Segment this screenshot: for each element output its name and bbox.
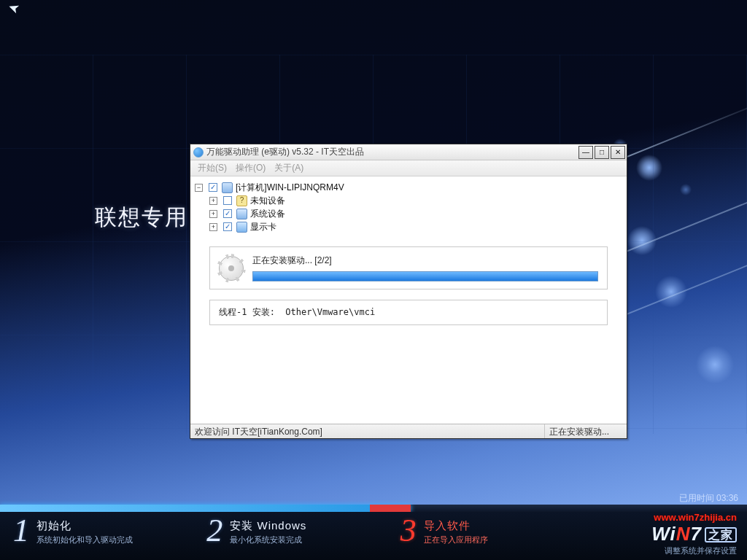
install-log: 线程-1 安装: Other\Vmware\vmci: [209, 300, 608, 325]
device-tree: − ✓ [计算机]WIN-LIPIJNQRM4V + ✓ ? 未知设备 + ✓ …: [190, 176, 627, 238]
step-subtitle: 系统初始化和导入驱动完成: [36, 534, 133, 545]
logo-subtitle: 调整系统并保存设置: [651, 545, 737, 556]
logo-text: WiN7之家: [651, 523, 737, 545]
expand-icon[interactable]: +: [209, 197, 217, 205]
system-device-icon: [236, 209, 247, 219]
expand-icon[interactable]: −: [195, 184, 203, 192]
checkbox[interactable]: ✓: [223, 196, 232, 205]
status-right: 正在安装驱动...: [545, 424, 627, 438]
elapsed-time: 已用时间 03:36: [679, 492, 738, 505]
minimize-button[interactable]: —: [578, 146, 593, 159]
tree-row[interactable]: + ✓ 显示卡: [195, 220, 621, 233]
overall-progress-fill: [0, 505, 411, 512]
progress-bar: [252, 271, 598, 281]
checkbox[interactable]: ✓: [223, 209, 232, 218]
step-number: 1: [13, 515, 29, 547]
step-subtitle: 正在导入应用程序: [424, 534, 488, 545]
window-title: 万能驱动助理 (e驱动) v5.32 - IT天空出品: [206, 146, 577, 158]
tree-node-label: 系统设备: [250, 207, 285, 220]
step-title: 初始化: [36, 519, 133, 533]
menu-start[interactable]: 开始(S): [193, 160, 231, 176]
driver-installer-window: 万能驱动助理 (e驱动) v5.32 - IT天空出品 — □ ✕ 开始(S) …: [190, 144, 627, 439]
tree-node-label: 未知设备: [250, 194, 285, 207]
step-title: 安装 Windows: [230, 519, 306, 533]
step-2: 2 安装 Windows 最小化系统安装完成: [206, 515, 400, 560]
step-3-active: 3 导入软件 正在导入应用程序: [400, 515, 594, 560]
step-number: 3: [400, 515, 417, 547]
display-adapter-icon: [236, 222, 247, 233]
menu-bar: 开始(S) 操作(O) 关于(A): [190, 160, 627, 176]
step-title: 导入软件: [424, 519, 488, 533]
step-1: 1 初始化 系统初始化和导入驱动完成: [13, 515, 206, 560]
overall-progress: [0, 505, 747, 512]
titlebar[interactable]: 万能驱动助理 (e驱动) v5.32 - IT天空出品 — □ ✕: [190, 144, 627, 160]
tree-node-label: 显示卡: [250, 220, 276, 233]
tree-row[interactable]: + ✓ 系统设备: [195, 207, 621, 220]
step-number: 2: [206, 515, 222, 547]
computer-icon: [222, 182, 233, 193]
brand-logo: www.win7zhijia.cn WiN7之家 调整系统并保存设置: [651, 512, 737, 556]
tree-root-label: [计算机]WIN-LIPIJNQRM4V: [236, 181, 344, 194]
tree-root-row[interactable]: − ✓ [计算机]WIN-LIPIJNQRM4V: [195, 181, 621, 194]
menu-action[interactable]: 操作(O): [231, 160, 270, 176]
gear-icon: [219, 256, 244, 281]
install-progress-box: 正在安装驱动... [2/2]: [209, 246, 608, 289]
progress-fill: [253, 272, 597, 281]
progress-panel: 正在安装驱动... [2/2] 线程-1 安装: Other\Vmware\vm…: [190, 238, 627, 424]
checkbox[interactable]: ✓: [223, 222, 232, 231]
install-steps: 1 初始化 系统初始化和导入驱动完成 2 安装 Windows 最小化系统安装完…: [0, 512, 747, 560]
expand-icon[interactable]: +: [209, 210, 217, 218]
expand-icon[interactable]: +: [209, 223, 217, 231]
menu-about[interactable]: 关于(A): [270, 160, 308, 176]
watermark-url: www.win7zhijia.cn: [651, 512, 737, 523]
progress-label: 正在安装驱动... [2/2]: [252, 254, 598, 267]
close-button[interactable]: ✕: [611, 146, 625, 159]
unknown-device-icon: ?: [236, 195, 247, 206]
status-bar: 欢迎访问 IT天空[iTianKong.Com] 正在安装驱动...: [190, 424, 627, 438]
checkbox[interactable]: ✓: [209, 183, 217, 192]
app-icon: [193, 147, 204, 158]
tree-row[interactable]: + ✓ ? 未知设备: [195, 194, 621, 207]
maximize-button[interactable]: □: [595, 146, 609, 159]
step-subtitle: 最小化系统安装完成: [230, 534, 306, 545]
status-left: 欢迎访问 IT天空[iTianKong.Com]: [190, 424, 545, 438]
